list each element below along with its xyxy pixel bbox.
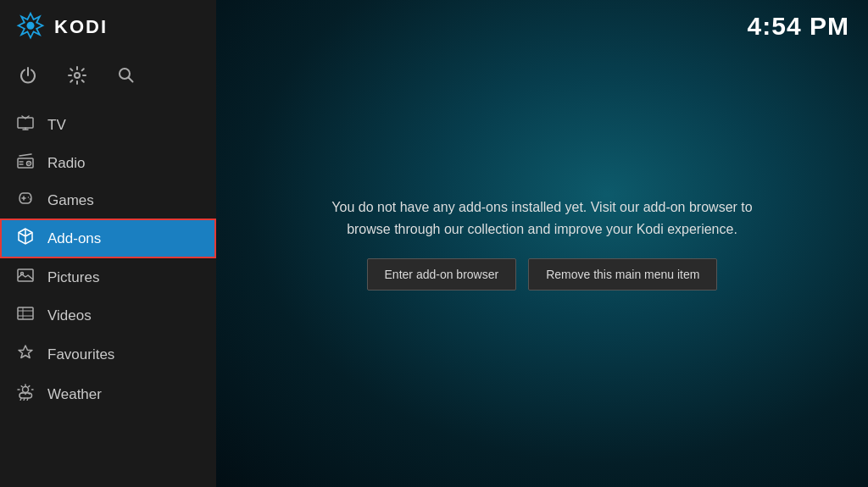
addons-icon	[15, 228, 36, 249]
sidebar-item-favourites[interactable]: Favourites	[0, 335, 216, 374]
search-button[interactable]	[114, 63, 139, 92]
svg-point-9	[30, 198, 31, 200]
sidebar-item-tv-label: TV	[47, 117, 66, 134]
time-display: 4:54 PM	[748, 12, 849, 41]
sidebar-header: KODI	[0, 0, 216, 54]
svg-rect-4	[18, 118, 33, 128]
favourites-icon	[15, 344, 36, 365]
svg-point-7	[28, 163, 30, 164]
sidebar: KODI	[0, 0, 216, 487]
content-buttons: Enter add-on browser Remove this main me…	[322, 258, 763, 291]
sidebar-item-videos-label: Videos	[47, 307, 92, 324]
tv-icon	[15, 115, 36, 135]
sidebar-item-games-label: Games	[47, 192, 94, 209]
sidebar-item-favourites-label: Favourites	[47, 346, 114, 363]
content-message: You do not have any add-ons installed ye…	[322, 196, 763, 240]
games-icon	[15, 191, 36, 209]
radio-icon	[15, 153, 36, 173]
sidebar-item-games[interactable]: Games	[0, 182, 216, 219]
sidebar-item-pictures[interactable]: Pictures	[0, 258, 216, 296]
power-button[interactable]	[15, 63, 41, 92]
weather-icon	[15, 384, 36, 405]
remove-menu-item-button[interactable]: Remove this main menu item	[528, 258, 717, 291]
sidebar-item-radio[interactable]: Radio	[0, 144, 216, 182]
sidebar-item-tv[interactable]: TV	[0, 106, 216, 144]
sidebar-item-addons[interactable]: Add-ons	[0, 219, 216, 258]
enter-addon-browser-button[interactable]: Enter add-on browser	[367, 258, 517, 291]
sidebar-item-radio-label: Radio	[47, 155, 85, 172]
sidebar-toolbar	[0, 54, 216, 106]
svg-point-2	[75, 73, 80, 78]
app-title: KODI	[54, 16, 108, 38]
sidebar-item-videos[interactable]: Videos	[0, 296, 216, 335]
videos-icon	[15, 306, 36, 325]
sidebar-item-addons-label: Add-ons	[47, 230, 101, 247]
sidebar-item-weather-label: Weather	[47, 386, 102, 403]
svg-point-8	[28, 196, 30, 198]
main-content: 4:54 PM You do not have any add-ons inst…	[216, 0, 868, 487]
sidebar-item-pictures-label: Pictures	[47, 269, 99, 286]
svg-point-11	[21, 273, 24, 275]
kodi-logo-icon	[15, 12, 46, 42]
svg-point-1	[27, 22, 35, 30]
sidebar-item-weather[interactable]: Weather	[0, 374, 216, 414]
settings-button[interactable]	[64, 63, 90, 92]
sidebar-nav: TV Radio	[0, 106, 216, 487]
svg-rect-12	[18, 307, 33, 319]
svg-point-13	[23, 387, 29, 393]
content-box: You do not have any add-ons installed ye…	[305, 180, 780, 307]
pictures-icon	[15, 268, 36, 287]
